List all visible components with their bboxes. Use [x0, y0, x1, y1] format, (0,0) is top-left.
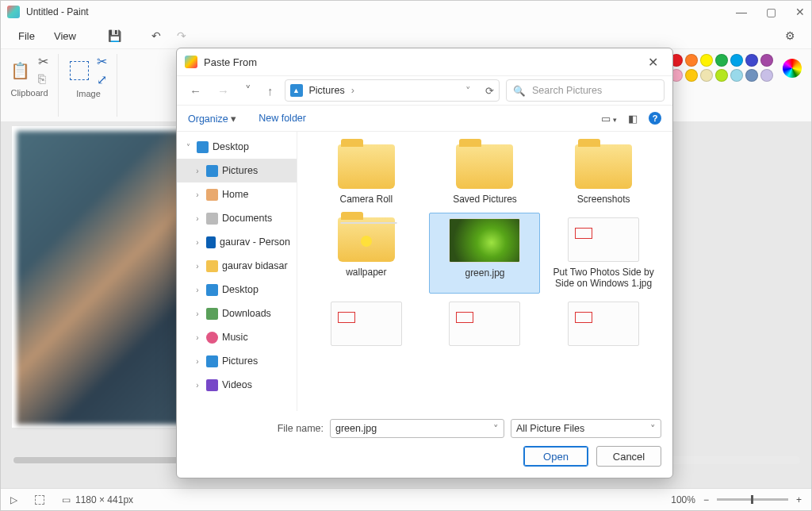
- select-icon[interactable]: [70, 61, 89, 80]
- nav-up-icon[interactable]: ↑: [262, 81, 278, 101]
- tree-item-label: gaurav - Person: [220, 236, 290, 248]
- zoom-out-button[interactable]: −: [703, 494, 709, 505]
- open-button[interactable]: Open: [523, 446, 588, 467]
- nav-back-icon[interactable]: ←: [185, 81, 206, 101]
- paste-icon[interactable]: 📋: [10, 61, 30, 80]
- tree-item[interactable]: ›gaurav bidasar: [177, 254, 297, 278]
- color-swatch[interactable]: [715, 54, 728, 67]
- tree-item-label: Documents: [222, 213, 272, 224]
- filename-input[interactable]: green.jpg˅: [330, 419, 504, 438]
- maximize-icon[interactable]: ▢: [766, 6, 776, 18]
- file-item[interactable]: [548, 297, 659, 355]
- dialog-nav: ← → ˅ ↑ ▲ Pictures › ˅ ⟳ 🔍 Search Pictur…: [177, 75, 672, 106]
- tree-item[interactable]: ›Videos: [177, 373, 297, 397]
- close-icon[interactable]: ✕: [795, 6, 805, 18]
- file-item[interactable]: [311, 297, 422, 355]
- color-swatch[interactable]: [715, 69, 728, 82]
- breadcrumb-dropdown-icon[interactable]: ˅: [465, 85, 471, 97]
- file-label: Screenshots: [577, 194, 630, 205]
- filetype-filter[interactable]: All Picture Files˅: [511, 419, 661, 438]
- tree-item[interactable]: ›Music: [177, 325, 297, 349]
- dialog-footer: File name: green.jpg˅ All Picture Files˅…: [177, 411, 672, 478]
- cut-icon[interactable]: ✂: [38, 54, 48, 69]
- undo-icon[interactable]: ↶: [145, 26, 167, 45]
- image-thumbnail: [449, 218, 520, 263]
- folder-icon: [575, 144, 632, 189]
- nav-recent-icon[interactable]: ˅: [240, 80, 256, 101]
- minimize-icon[interactable]: —: [736, 6, 747, 18]
- folder-icon: [206, 165, 218, 177]
- folder-icon: [206, 189, 218, 201]
- tree-item[interactable]: ›Pictures: [177, 349, 297, 373]
- file-label: green.jpg: [465, 267, 504, 279]
- canvas-size: 1180 × 441px: [75, 494, 133, 505]
- organize-button[interactable]: Organize ▾: [188, 113, 236, 125]
- search-placeholder: Search Pictures: [532, 85, 602, 96]
- file-item[interactable]: Put Two Photos Side by Side on Windows 1…: [548, 213, 659, 294]
- crop-icon[interactable]: ✂: [97, 54, 107, 69]
- tree-item[interactable]: ›gaurav - Person: [177, 230, 297, 254]
- breadcrumb[interactable]: ▲ Pictures › ˅ ⟳: [285, 79, 500, 102]
- cancel-button[interactable]: Cancel: [596, 446, 661, 467]
- color-swatch[interactable]: [700, 69, 713, 82]
- redo-icon[interactable]: ↷: [170, 26, 193, 45]
- new-folder-button[interactable]: New folder: [259, 113, 306, 124]
- tree-item[interactable]: ›Desktop: [177, 278, 297, 302]
- file-item[interactable]: Saved Pictures: [429, 140, 540, 209]
- color-swatch[interactable]: [760, 69, 773, 82]
- tree-item[interactable]: ›Downloads: [177, 302, 297, 325]
- selection-info-icon: [35, 495, 44, 505]
- menu-view[interactable]: View: [46, 27, 84, 45]
- chevron-icon: ›: [193, 167, 202, 175]
- color-swatch[interactable]: [730, 54, 743, 67]
- folder-icon: [206, 236, 216, 248]
- preview-pane-button[interactable]: ◧: [628, 113, 638, 125]
- copy-icon[interactable]: ⎘: [38, 72, 48, 86]
- folder-tree: ˅Desktop›Pictures›Home›Documents›gaurav …: [177, 132, 297, 411]
- file-item[interactable]: [429, 297, 540, 355]
- color-swatch[interactable]: [730, 69, 743, 82]
- color-swatch[interactable]: [745, 69, 758, 82]
- dialog-toolbar: Organize ▾ New folder ▭ ▾ ◧ ?: [177, 106, 672, 131]
- folder-icon: [206, 332, 218, 344]
- save-icon[interactable]: 💾: [102, 26, 128, 45]
- color-swatch[interactable]: [685, 54, 698, 67]
- tree-item[interactable]: ˅Desktop: [177, 135, 297, 159]
- file-item[interactable]: wallpaper: [311, 213, 422, 294]
- tree-item-label: Music: [222, 332, 248, 343]
- file-item[interactable]: green.jpg: [429, 213, 540, 294]
- color-swatch[interactable]: [685, 69, 698, 82]
- color-swatch[interactable]: [760, 54, 773, 67]
- settings-icon[interactable]: ⚙: [779, 26, 802, 45]
- color-swatch[interactable]: [700, 54, 713, 67]
- status-bar: ▷ ▭ 1180 × 441px 100% − +: [1, 488, 811, 510]
- folder-icon: [206, 213, 218, 225]
- help-icon[interactable]: ?: [649, 112, 661, 125]
- ribbon-clipboard: 📋 ✂ ⎘ Clipboard: [1, 54, 59, 117]
- search-input[interactable]: 🔍 Search Pictures: [506, 79, 665, 102]
- file-item[interactable]: Screenshots: [548, 140, 659, 209]
- file-item[interactable]: Camera Roll: [311, 140, 422, 209]
- refresh-icon[interactable]: ⟳: [485, 85, 494, 97]
- zoom-in-button[interactable]: +: [796, 494, 802, 505]
- dialog-title-bar: Paste From ✕: [177, 48, 672, 75]
- nav-forward-icon[interactable]: →: [213, 81, 234, 101]
- chevron-icon: ›: [193, 262, 202, 271]
- folder-icon: [338, 217, 395, 262]
- dialog-close-button[interactable]: ✕: [642, 53, 665, 71]
- tree-item[interactable]: ›Home: [177, 182, 297, 206]
- tree-item-label: gaurav bidasar: [222, 260, 288, 271]
- color-wheel-icon[interactable]: [783, 59, 802, 78]
- tree-item[interactable]: ›Pictures: [177, 159, 297, 182]
- menu-file[interactable]: File: [10, 27, 43, 45]
- tree-item[interactable]: ›Documents: [177, 206, 297, 230]
- view-mode-button[interactable]: ▭ ▾: [601, 113, 617, 125]
- zoom-slider[interactable]: [717, 498, 788, 501]
- paste-from-dialog: Paste From ✕ ← → ˅ ↑ ▲ Pictures › ˅ ⟳ 🔍 …: [176, 48, 673, 478]
- breadcrumb-location: Pictures: [309, 85, 345, 96]
- color-swatch[interactable]: [745, 54, 758, 67]
- tree-item-label: Pictures: [222, 355, 258, 367]
- resize-icon[interactable]: ⤢: [97, 72, 107, 87]
- file-label: Camera Roll: [339, 194, 393, 205]
- folder-icon: [206, 260, 218, 272]
